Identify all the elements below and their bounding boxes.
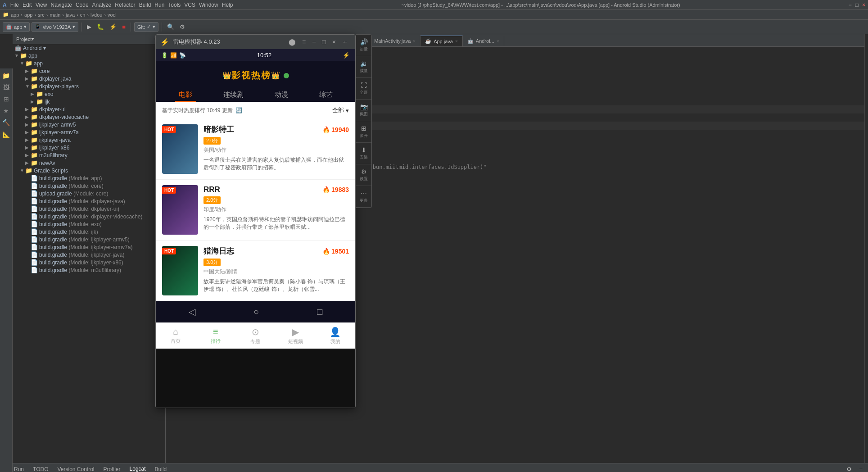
tree-item-build-gradle-core[interactable]: 📄 build.gradle (Module: core)	[13, 182, 165, 190]
tab-profiler[interactable]: Profiler	[101, 463, 123, 472]
git-dropdown[interactable]: Git: ✓ ▾	[134, 22, 158, 32]
bnav-topic[interactable]: ⊙ 专题	[242, 327, 269, 345]
debug-button[interactable]: 🐛	[95, 23, 106, 31]
tree-item-gradle-scripts[interactable]: ▼ 📁 Gradle Scripts	[13, 167, 165, 174]
tree-item-dkplayer-ui[interactable]: ▶ 📁 dkplayer-ui	[13, 105, 165, 113]
tree-item-newAv[interactable]: ▶ 📁 newAv	[13, 159, 165, 167]
path-app2[interactable]: app	[24, 12, 32, 18]
ranking-filter[interactable]: 全部 ▾	[332, 106, 349, 114]
tree-item-dkplayer-videocache[interactable]: ▶ 📁 dkplayer-videocache	[13, 113, 165, 121]
window-close-btn[interactable]: ×	[862, 2, 865, 8]
device-dropdown[interactable]: 📱 vivo V1923A ▾	[32, 22, 78, 32]
menu-vcs[interactable]: VCS	[184, 2, 195, 8]
tab-logcat[interactable]: Logcat	[127, 463, 149, 472]
tab-build[interactable]: Build	[152, 463, 170, 472]
tree-item-build-gradle-exo[interactable]: 📄 build.gradle (Module: exo)	[13, 220, 165, 228]
emulator-back-btn[interactable]: ←	[340, 37, 351, 46]
tree-item-build-gradle-dkplayer-java[interactable]: 📄 build.gradle (Module: dkplayer-java)	[13, 197, 165, 205]
tree-item-app[interactable]: ▼ 📁 app	[13, 59, 165, 67]
emulator-record-btn[interactable]: ⬤	[286, 37, 298, 46]
ranking-item-3[interactable]: HOT 猎海日志 🔥 19501 3.0分 中国大陆/剧情	[156, 241, 355, 301]
side-btn-screenshot[interactable]: 📷 截图	[356, 100, 371, 121]
run-button[interactable]: ▶	[85, 23, 93, 31]
tree-item-ijk[interactable]: ▶ 📁 ijk	[13, 98, 165, 105]
menu-build[interactable]: Build	[139, 2, 151, 8]
resource-manager-icon[interactable]: 🖼	[1, 82, 12, 93]
project-icon[interactable]: 📁	[1, 70, 12, 81]
profile-button[interactable]: ⚡	[108, 23, 118, 31]
android-recents-btn[interactable]: □	[310, 305, 330, 319]
tree-item-ijkplayer-armv7a[interactable]: ▶ 📁 ijkplayer-armv7a	[13, 128, 165, 136]
side-btn-more[interactable]: ⋯ 更多	[356, 186, 371, 208]
tree-item-build-gradle-x86[interactable]: 📄 build.gradle (Module: ijkplayer-x86)	[13, 259, 165, 266]
bnav-profile[interactable]: 👤 我的	[322, 327, 349, 345]
emulator-maximize-btn[interactable]: □	[320, 37, 328, 46]
path-java[interactable]: java	[66, 12, 75, 18]
menu-view[interactable]: View	[36, 2, 47, 8]
tree-item-ijkplayer-x86[interactable]: ▶ 📁 ijkplayer-x86	[13, 144, 165, 151]
tree-item-ijkplayer-java[interactable]: ▶ 📁 ijkplayer-java	[13, 136, 165, 144]
stop-button[interactable]: ■	[120, 23, 127, 31]
bookmarks-icon[interactable]: ★	[1, 105, 12, 116]
menu-tools[interactable]: Tools	[168, 2, 181, 8]
tree-item-build-gradle-dkplayer-ui[interactable]: 📄 build.gradle (Module: dkplayer-ui)	[13, 205, 165, 213]
tree-item-build-gradle-app[interactable]: 📄 build.gradle (Module: app)	[13, 174, 165, 182]
path-main[interactable]: main	[50, 12, 60, 18]
search-everywhere-btn[interactable]: 🔍	[165, 23, 176, 31]
android-back-btn[interactable]: ◁	[181, 304, 203, 319]
tree-item-dkplayer-players[interactable]: ▼ 📁 dkplayer-players	[13, 82, 165, 90]
path-lvdou[interactable]: lvdou	[90, 12, 102, 18]
tab-run[interactable]: Run	[11, 463, 27, 472]
path-app1[interactable]: app	[11, 12, 19, 18]
side-btn-install[interactable]: ⬇ 安装	[356, 143, 371, 164]
tree-item-build-gradle-m3u8[interactable]: 📄 build.gradle (Module: m3u8library)	[13, 266, 165, 274]
android-view-dropdown[interactable]: 🤖 Android ▾	[13, 44, 165, 52]
tab-todo[interactable]: TODO	[30, 463, 51, 472]
tab-close-app-java[interactable]: ×	[455, 39, 458, 44]
menu-code[interactable]: Code	[76, 2, 89, 8]
menu-navigate[interactable]: Navigate	[51, 2, 72, 8]
path-cn[interactable]: cn	[80, 12, 86, 18]
window-minimize-btn[interactable]: −	[849, 2, 852, 8]
tab-androi[interactable]: 🤖 Androi... ×	[463, 36, 504, 46]
window-maximize-btn[interactable]: □	[855, 2, 859, 8]
tree-item-upload-gradle-core[interactable]: 📄 upload.gradle (Module: core)	[13, 190, 165, 197]
tree-item-build-gradle-ijk[interactable]: 📄 build.gradle (Module: ijk)	[13, 228, 165, 236]
refresh-icon[interactable]: 🔄	[235, 107, 242, 113]
emulator-close-btn[interactable]: ×	[330, 37, 338, 46]
menu-help[interactable]: Help	[222, 2, 233, 8]
settings-btn[interactable]: ⚙	[178, 23, 187, 31]
path-item[interactable]: 📁	[3, 12, 9, 18]
menu-file[interactable]: File	[10, 2, 19, 8]
tree-item-build-gradle-ijkplayer-java[interactable]: 📄 build.gradle (Module: ijkplayer-java)	[13, 251, 165, 259]
side-btn-fullscreen[interactable]: ⛶ 全屏	[356, 78, 371, 100]
nav-tab-anime[interactable]: 动漫	[271, 89, 292, 102]
menu-run[interactable]: Run	[154, 2, 164, 8]
emulator-menu-btn[interactable]: ≡	[300, 37, 308, 46]
tree-item-dkplayer-java[interactable]: ▶ 📁 dkplayer-java	[13, 75, 165, 82]
nav-tab-variety[interactable]: 综艺	[316, 89, 336, 102]
layout-captures-icon[interactable]: 📐	[1, 129, 12, 140]
structure-icon[interactable]: ⊞	[1, 94, 12, 104]
tab-close-androi[interactable]: ×	[497, 39, 499, 44]
emulator-minimize-btn[interactable]: −	[310, 37, 318, 46]
nav-tab-movie[interactable]: 电影	[175, 89, 196, 102]
bnav-home[interactable]: ⌂ 首页	[162, 327, 189, 345]
tab-close-main-activity[interactable]: ×	[413, 39, 416, 44]
side-btn-multiwindow[interactable]: ⊞ 多开	[356, 121, 371, 143]
menu-window[interactable]: Window	[199, 2, 218, 8]
side-btn-volume-down[interactable]: 🔉 减量	[356, 56, 371, 78]
logcat-settings-icon[interactable]: ⚙	[845, 465, 854, 472]
menu-refactor[interactable]: Refactor	[115, 2, 135, 8]
tree-item-m3u8library[interactable]: ▶ 📁 m3u8library	[13, 151, 165, 159]
side-btn-settings[interactable]: ⚙ 设置	[356, 164, 371, 186]
ranking-item-2[interactable]: HOT RRR 🔥 19883 2.0分 印度/动作	[156, 180, 355, 241]
tab-app-java[interactable]: ☕ App.java ×	[420, 36, 463, 46]
sidebar-dropdown-icon[interactable]: ▾	[32, 36, 34, 42]
tree-item-build-gradle-dkplayer-videocache[interactable]: 📄 build.gradle (Module: dkplayer-videoca…	[13, 213, 165, 220]
path-src[interactable]: src	[38, 12, 45, 18]
tree-item-build-gradle-armv5[interactable]: 📄 build.gradle (Module: ijkplayer-armv5)	[13, 236, 165, 243]
menu-analyze[interactable]: Analyze	[92, 2, 112, 8]
side-btn-volume-up[interactable]: 🔊 加量	[356, 35, 371, 56]
bnav-short-video[interactable]: ▶ 短视频	[282, 327, 309, 345]
